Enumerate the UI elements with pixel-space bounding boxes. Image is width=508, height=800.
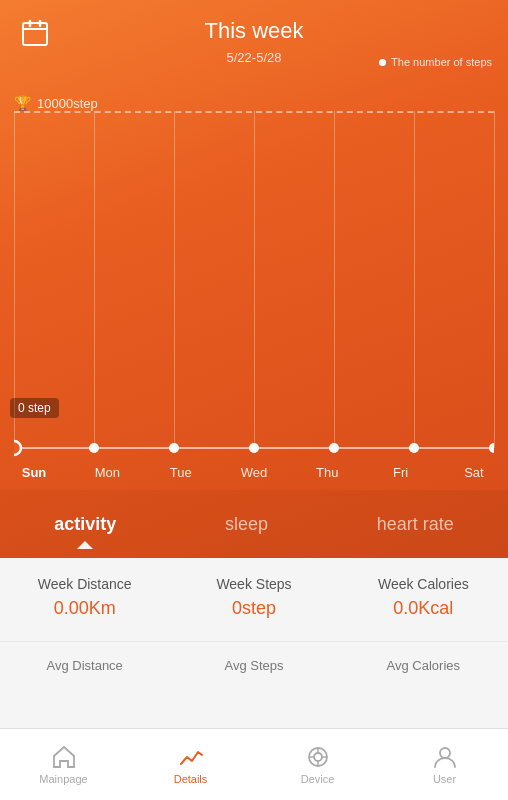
avg-steps-label: Avg Steps: [169, 658, 338, 673]
page-title: This week: [204, 18, 303, 44]
nav-user-label: User: [433, 773, 456, 785]
trophy-icon: 🏆: [14, 95, 31, 111]
date-range: 5/22-5/28: [227, 50, 282, 65]
device-icon: [305, 744, 331, 770]
details-icon: [178, 744, 204, 770]
grid-lines: [14, 111, 494, 448]
nav-mainpage-label: Mainpage: [39, 773, 87, 785]
avg-distance-label: Avg Distance: [0, 658, 169, 673]
grid-line-6: [494, 111, 495, 448]
nav-details[interactable]: Details: [127, 736, 254, 793]
day-label-sat: Sat: [454, 465, 494, 480]
chart-section: This week 5/22-5/28 The number of steps …: [0, 0, 508, 490]
day-label-mon: Mon: [87, 465, 127, 480]
calendar-icon[interactable]: [20, 18, 50, 52]
day-label-tue: Tue: [161, 465, 201, 480]
grid-line-1: [94, 111, 95, 448]
svg-point-8: [249, 443, 259, 453]
day-labels: Sun Mon Tue Wed Thu Fri Sat: [14, 465, 494, 480]
header: This week: [0, 0, 508, 48]
svg-point-10: [409, 443, 419, 453]
nav-details-label: Details: [174, 773, 208, 785]
grid-line-2: [174, 111, 175, 448]
avg-calories-item: Avg Calories: [339, 658, 508, 673]
tab-heart-rate[interactable]: heart rate: [377, 514, 454, 549]
week-distance-item: Week Distance 0.00Km: [0, 576, 169, 619]
week-distance-label: Week Distance: [0, 576, 169, 592]
goal-label: 10000step: [37, 96, 98, 111]
step-indicator: 0 step: [10, 398, 59, 418]
goal-line: 🏆 10000step: [14, 95, 494, 111]
tab-sleep[interactable]: sleep: [225, 514, 268, 549]
svg-point-6: [89, 443, 99, 453]
stats-section: Week Distance 0.00Km Week Steps 0step We…: [0, 558, 508, 673]
svg-rect-0: [23, 23, 47, 45]
chart-line: [14, 428, 494, 458]
svg-point-5: [14, 441, 21, 455]
grid-line-5: [414, 111, 415, 448]
chart-area: 🏆 10000step 0 step: [0, 65, 508, 490]
svg-point-13: [314, 753, 322, 761]
week-calories-item: Week Calories 0.0Kcal: [339, 576, 508, 619]
svg-point-11: [489, 443, 494, 453]
week-steps-label: Week Steps: [169, 576, 338, 592]
week-steps-value: 0step: [169, 598, 338, 619]
day-label-fri: Fri: [381, 465, 421, 480]
svg-point-18: [440, 748, 450, 758]
nav-user[interactable]: User: [381, 736, 508, 793]
avg-calories-label: Avg Calories: [339, 658, 508, 673]
tabs-section: activity sleep heart rate: [0, 490, 508, 558]
nav-device-label: Device: [301, 773, 335, 785]
avg-distance-item: Avg Distance: [0, 658, 169, 673]
day-label-thu: Thu: [307, 465, 347, 480]
home-icon: [51, 744, 77, 770]
avg-steps-item: Avg Steps: [169, 658, 338, 673]
nav-mainpage[interactable]: Mainpage: [0, 736, 127, 793]
day-label-wed: Wed: [234, 465, 274, 480]
bottom-nav: Mainpage Details Device User: [0, 728, 508, 800]
grid-line-3: [254, 111, 255, 448]
nav-device[interactable]: Device: [254, 736, 381, 793]
week-steps-item: Week Steps 0step: [169, 576, 338, 619]
svg-point-9: [329, 443, 339, 453]
tab-activity[interactable]: activity: [54, 514, 116, 549]
day-label-sun: Sun: [14, 465, 54, 480]
grid-line-4: [334, 111, 335, 448]
avg-stats-row: Avg Distance Avg Steps Avg Calories: [0, 641, 508, 673]
week-distance-value: 0.00Km: [0, 598, 169, 619]
user-icon: [432, 744, 458, 770]
week-calories-value: 0.0Kcal: [339, 598, 508, 619]
svg-point-7: [169, 443, 179, 453]
week-calories-label: Week Calories: [339, 576, 508, 592]
week-stats-row: Week Distance 0.00Km Week Steps 0step We…: [0, 576, 508, 619]
